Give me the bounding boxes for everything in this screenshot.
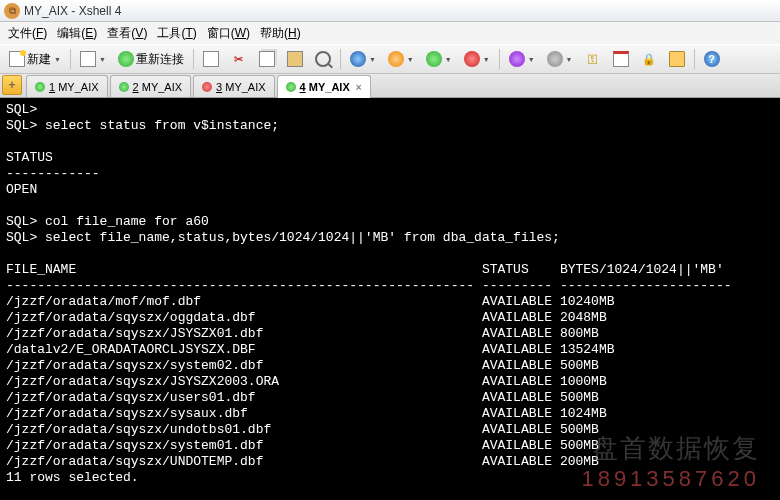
encoding-icon bbox=[426, 51, 442, 67]
menu-edit[interactable]: 编辑(E) bbox=[53, 23, 101, 44]
gear-icon bbox=[547, 51, 563, 67]
tab-3[interactable]: 3 MY_AIX bbox=[193, 75, 275, 97]
paste-button[interactable] bbox=[282, 48, 308, 70]
lock-button[interactable]: 🔒 bbox=[636, 48, 662, 70]
copy-icon bbox=[259, 51, 275, 67]
folder-button[interactable] bbox=[664, 48, 690, 70]
session-button[interactable]: ▼ bbox=[75, 48, 111, 70]
new-button[interactable]: 新建▼ bbox=[4, 48, 66, 70]
menu-window[interactable]: 窗口(W) bbox=[203, 23, 254, 44]
tab-4[interactable]: 4 MY_AIX× bbox=[277, 75, 371, 98]
status-dot-icon bbox=[35, 82, 45, 92]
menu-file[interactable]: 文件(F) bbox=[4, 23, 51, 44]
tools2-button[interactable]: ▼ bbox=[542, 48, 578, 70]
help-icon: ? bbox=[704, 51, 720, 67]
menu-tools[interactable]: 工具(T) bbox=[153, 23, 200, 44]
separator bbox=[193, 49, 194, 69]
tab-label: 1 MY_AIX bbox=[49, 81, 99, 93]
tab-1[interactable]: 1 MY_AIX bbox=[26, 75, 108, 97]
separator bbox=[340, 49, 341, 69]
tabbar: + 1 MY_AIX2 MY_AIX3 MY_AIX4 MY_AIX× bbox=[0, 74, 780, 98]
close-icon[interactable]: × bbox=[356, 82, 362, 93]
separator bbox=[70, 49, 71, 69]
status-dot-icon bbox=[286, 82, 296, 92]
add-tab-button[interactable]: + bbox=[2, 75, 22, 95]
tab-label: 3 MY_AIX bbox=[216, 81, 266, 93]
reconnect-button[interactable]: 重新连接 bbox=[113, 48, 189, 70]
cut-button[interactable]: ✂ bbox=[226, 48, 252, 70]
tab-label: 4 MY_AIX bbox=[300, 81, 350, 93]
status-dot-icon bbox=[202, 82, 212, 92]
separator bbox=[499, 49, 500, 69]
cut-icon: ✂ bbox=[231, 51, 247, 67]
reconnect-icon bbox=[118, 51, 134, 67]
menu-help[interactable]: 帮助(H) bbox=[256, 23, 305, 44]
color-icon bbox=[350, 51, 366, 67]
tab-2[interactable]: 2 MY_AIX bbox=[110, 75, 192, 97]
lock-icon: 🔒 bbox=[641, 51, 657, 67]
paste-icon bbox=[287, 51, 303, 67]
document-icon bbox=[80, 51, 96, 67]
quick-button[interactable]: ▼ bbox=[459, 48, 495, 70]
encoding-button[interactable]: ▼ bbox=[421, 48, 457, 70]
find-button[interactable] bbox=[310, 48, 336, 70]
terminal[interactable]: SQL> SQL> select status from v$instance;… bbox=[0, 98, 780, 500]
find-icon bbox=[315, 51, 331, 67]
key-icon: ⚿ bbox=[585, 51, 601, 67]
copy-button[interactable] bbox=[254, 48, 280, 70]
folder-icon bbox=[669, 51, 685, 67]
tab-label: 2 MY_AIX bbox=[133, 81, 183, 93]
properties-button[interactable] bbox=[198, 48, 224, 70]
calendar-icon bbox=[613, 51, 629, 67]
chevron-down-icon: ▼ bbox=[54, 56, 61, 63]
font-button[interactable]: ▼ bbox=[383, 48, 419, 70]
key-button[interactable]: ⚿ bbox=[580, 48, 606, 70]
font-icon bbox=[388, 51, 404, 67]
tool-icon bbox=[509, 51, 525, 67]
tools1-button[interactable]: ▼ bbox=[504, 48, 540, 70]
color-button[interactable]: ▼ bbox=[345, 48, 381, 70]
status-dot-icon bbox=[119, 82, 129, 92]
properties-icon bbox=[203, 51, 219, 67]
menubar: 文件(F) 编辑(E) 查看(V) 工具(T) 窗口(W) 帮助(H) bbox=[0, 22, 780, 44]
quick-icon bbox=[464, 51, 480, 67]
window-title: MY_AIX - Xshell 4 bbox=[24, 4, 121, 18]
help-button[interactable]: ? bbox=[699, 48, 725, 70]
new-icon bbox=[9, 51, 25, 67]
titlebar: ⧉ MY_AIX - Xshell 4 bbox=[0, 0, 780, 22]
calendar-button[interactable] bbox=[608, 48, 634, 70]
separator bbox=[694, 49, 695, 69]
toolbar: 新建▼ ▼ 重新连接 ✂ ▼ ▼ ▼ ▼ ▼ ▼ ⚿ 🔒 ? bbox=[0, 44, 780, 74]
menu-view[interactable]: 查看(V) bbox=[103, 23, 151, 44]
app-icon: ⧉ bbox=[4, 3, 20, 19]
